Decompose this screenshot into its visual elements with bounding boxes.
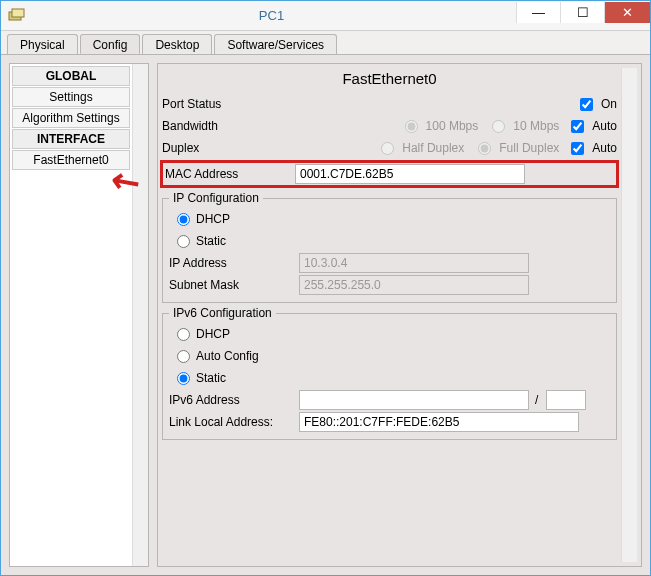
maximize-button[interactable]: ☐ — [560, 2, 604, 23]
titlebar: PC1 — ☐ ✕ — [1, 1, 650, 31]
bandwidth-100-radio — [405, 120, 418, 133]
minimize-button[interactable]: — — [516, 2, 560, 23]
ip-config-fieldset: IP Configuration DHCP Static IP Address … — [162, 191, 617, 303]
app-icon — [7, 6, 27, 26]
config-panel: FastEthernet0 Port Status On Bandwidth 1… — [157, 63, 642, 567]
bandwidth-row: Bandwidth 100 Mbps 10 Mbps Auto — [162, 115, 617, 137]
subnet-mask-label: Subnet Mask — [169, 278, 299, 292]
bandwidth-label: Bandwidth — [162, 119, 292, 133]
ipv6-auto-label: Auto Config — [196, 349, 259, 363]
sidebar-item-algorithm[interactable]: Algorithm Settings — [12, 108, 130, 128]
tab-software[interactable]: Software/Services — [214, 34, 337, 54]
duplex-full-radio — [478, 142, 491, 155]
port-status-label: Port Status — [162, 97, 292, 111]
sidebar-item-settings[interactable]: Settings — [12, 87, 130, 107]
ipv6-config-legend: IPv6 Configuration — [169, 306, 276, 320]
ipv6-static-label: Static — [196, 371, 226, 385]
sidebar-global-header: GLOBAL — [12, 66, 130, 86]
duplex-auto-checkbox[interactable] — [571, 142, 584, 155]
link-local-input[interactable] — [299, 412, 579, 432]
bandwidth-10-label: 10 Mbps — [513, 119, 559, 133]
ipv6-prefix-input[interactable] — [546, 390, 586, 410]
ipv6-auto-radio[interactable] — [177, 350, 190, 363]
bandwidth-10-radio — [492, 120, 505, 133]
ipv6-address-label: IPv6 Address — [169, 393, 299, 407]
link-local-label: Link Local Address: — [169, 415, 299, 429]
content: GLOBAL Settings Algorithm Settings INTER… — [1, 55, 650, 575]
subnet-mask-input — [299, 275, 529, 295]
duplex-full-label: Full Duplex — [499, 141, 559, 155]
mac-address-input[interactable] — [295, 164, 525, 184]
ipv6-dhcp-label: DHCP — [196, 327, 230, 341]
window-controls: — ☐ ✕ — [516, 8, 650, 23]
ip-static-label: Static — [196, 234, 226, 248]
ipv6-address-input[interactable] — [299, 390, 529, 410]
port-status-checkbox[interactable] — [580, 98, 593, 111]
port-status-row: Port Status On — [162, 93, 617, 115]
tab-config[interactable]: Config — [80, 34, 141, 54]
duplex-half-radio — [381, 142, 394, 155]
sidebar-scrollbar[interactable] — [132, 64, 148, 566]
ipv6-dhcp-radio[interactable] — [177, 328, 190, 341]
ip-address-input — [299, 253, 529, 273]
ipv6-static-radio[interactable] — [177, 372, 190, 385]
sidebar-interface-header: INTERFACE — [12, 129, 130, 149]
ip-static-radio[interactable] — [177, 235, 190, 248]
duplex-half-label: Half Duplex — [402, 141, 464, 155]
tab-physical[interactable]: Physical — [7, 34, 78, 54]
ip-config-legend: IP Configuration — [169, 191, 263, 205]
duplex-row: Duplex Half Duplex Full Duplex Auto — [162, 137, 617, 159]
mac-address-row: MAC Address — [160, 160, 619, 188]
ip-dhcp-radio[interactable] — [177, 213, 190, 226]
close-button[interactable]: ✕ — [604, 2, 650, 23]
panel-title: FastEthernet0 — [162, 68, 617, 93]
tab-desktop[interactable]: Desktop — [142, 34, 212, 54]
bandwidth-auto-checkbox[interactable] — [571, 120, 584, 133]
app-window: PC1 — ☐ ✕ Physical Config Desktop Softwa… — [0, 0, 651, 576]
ipv6-prefix-slash: / — [535, 393, 538, 407]
sidebar: GLOBAL Settings Algorithm Settings INTER… — [9, 63, 149, 567]
svg-rect-1 — [12, 9, 24, 17]
ip-dhcp-label: DHCP — [196, 212, 230, 226]
ipv6-config-fieldset: IPv6 Configuration DHCP Auto Config Stat… — [162, 306, 617, 440]
duplex-auto-label: Auto — [592, 141, 617, 155]
bandwidth-100-label: 100 Mbps — [426, 119, 479, 133]
port-status-on-label: On — [601, 97, 617, 111]
window-title: PC1 — [27, 8, 516, 23]
ip-address-label: IP Address — [169, 256, 299, 270]
tab-bar: Physical Config Desktop Software/Service… — [1, 31, 650, 55]
mac-address-label: MAC Address — [165, 167, 295, 181]
duplex-label: Duplex — [162, 141, 292, 155]
panel-scrollbar[interactable] — [621, 68, 637, 562]
bandwidth-auto-label: Auto — [592, 119, 617, 133]
